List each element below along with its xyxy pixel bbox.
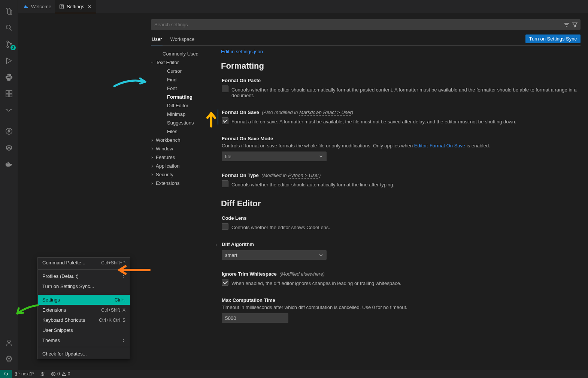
svg-rect-12 (7, 162, 9, 163)
menu-user-snippets[interactable]: User Snippets (38, 325, 130, 335)
modified-scope-link[interactable]: Markdown React > User (299, 110, 352, 115)
svg-rect-7 (9, 91, 12, 93)
setting-format-on-save-mode-title: Format On Save Mode (222, 136, 273, 141)
python-icon[interactable] (0, 69, 18, 86)
chevron-right-icon (150, 147, 154, 151)
format-on-save-mode-select[interactable]: file (222, 152, 327, 161)
settings-search-input[interactable] (151, 20, 561, 30)
max-computation-time-input[interactable] (222, 313, 288, 323)
chevron-down-icon (319, 253, 323, 257)
scope-tab-user[interactable]: User (151, 35, 163, 45)
annotation-arrow-orange (114, 262, 151, 278)
openai-icon[interactable] (0, 140, 18, 156)
tab-welcome[interactable]: Welcome (19, 0, 55, 13)
svg-rect-5 (6, 94, 8, 97)
format-on-type-checkbox[interactable] (222, 180, 228, 187)
menu-extensions[interactable]: Extensions Ctrl+Shift+X (38, 305, 130, 315)
setting-max-comp-time-title: Max Computation Time (222, 297, 275, 303)
settings-search-box[interactable] (151, 19, 581, 30)
manage-gear-icon[interactable] (0, 351, 18, 368)
editor-format-on-save-link[interactable]: Editor: Format On Save (414, 143, 466, 148)
settings-list: Edit in settings.json Formatting Format … (216, 46, 584, 370)
bolt-icon[interactable] (0, 123, 18, 140)
tab-settings-label: Settings (67, 4, 84, 9)
menu-check-updates[interactable]: Check for Updates... (38, 349, 130, 359)
docker-icon[interactable] (0, 156, 18, 172)
setting-code-lens-title: Code Lens (222, 215, 246, 221)
menu-turn-on-sync[interactable]: Turn on Settings Sync... (38, 281, 130, 291)
settings-filter-funnel-icon[interactable] (572, 22, 578, 28)
setting-format-on-paste: Format On Paste Controls whether the edi… (221, 78, 578, 98)
setting-max-computation-time: Max Computation Time Timeout in millisec… (221, 297, 578, 323)
source-control-icon[interactable]: 3 (0, 36, 18, 52)
annotation-arrow-cyan (112, 75, 150, 90)
toc-commonly-used[interactable]: Commonly Used (154, 50, 214, 58)
diff-algorithm-select[interactable]: smart (222, 250, 327, 260)
chevron-right-icon (122, 339, 125, 342)
toc-cursor[interactable]: Cursor (154, 67, 214, 75)
setting-diff-algorithm: Diff Algorithm smart (221, 242, 578, 260)
setting-format-on-save-mode: Format On Save Mode Controls if format o… (221, 136, 578, 161)
menu-separator (38, 293, 130, 293)
select-value: file (225, 154, 231, 159)
svg-point-1 (7, 41, 9, 43)
toc-window[interactable]: Window (154, 144, 214, 153)
source-control-badge: 3 (10, 45, 16, 50)
setting-format-on-type: Format On Type (Modified in Python > Use… (221, 172, 578, 188)
svg-point-18 (16, 375, 17, 376)
toc-text-editor[interactable]: Text Editor (154, 58, 214, 67)
menu-keyboard-shortcuts[interactable]: Keyboard Shortcuts Ctrl+K Ctrl+S (38, 315, 130, 325)
section-header-diff-editor: Diff Editor (221, 199, 578, 208)
settings-toc: Commonly Used Text Editor Cursor Find Fo… (152, 46, 216, 370)
setting-gear-icon[interactable] (216, 242, 217, 248)
toc-security[interactable]: Security (154, 170, 214, 179)
problems-status[interactable]: 0 0 (48, 371, 73, 376)
explorer-icon[interactable] (0, 3, 18, 20)
setting-format-on-type-title: Format On Type (222, 172, 259, 178)
search-icon[interactable] (0, 20, 18, 36)
settings-filter-list-icon[interactable] (564, 22, 570, 28)
setting-code-lens: Code Lens Controls whether the editor sh… (221, 215, 578, 230)
toc-diff-editor[interactable]: Diff Editor (154, 101, 214, 110)
run-debug-icon[interactable] (0, 52, 18, 69)
format-on-save-checkbox[interactable] (222, 117, 228, 124)
svg-point-13 (7, 340, 10, 343)
tab-settings[interactable]: Settings (55, 0, 96, 13)
chevron-right-icon (150, 138, 154, 142)
toc-formatting[interactable]: Formatting (154, 93, 214, 101)
chevron-down-icon (319, 154, 323, 159)
select-value: smart (225, 252, 237, 258)
format-on-paste-checkbox[interactable] (222, 86, 228, 92)
setting-desc: Controls whether the editor should autom… (231, 87, 578, 98)
toc-font[interactable]: Font (154, 84, 214, 93)
modified-scope-link[interactable]: Python > User (288, 172, 319, 178)
svg-point-0 (6, 25, 10, 29)
wavy-icon[interactable] (0, 102, 18, 118)
toc-find[interactable]: Find (154, 75, 214, 84)
toc-features[interactable]: Features (154, 153, 214, 162)
toc-workbench[interactable]: Workbench (154, 136, 214, 144)
chevron-right-icon (150, 164, 154, 168)
setting-desc: Controls whether the editor shows CodeLe… (231, 225, 330, 230)
chevron-right-icon (150, 181, 154, 186)
toc-files[interactable]: Files (154, 127, 214, 136)
svg-rect-15 (60, 4, 63, 9)
git-branch-status[interactable]: next1* (12, 371, 37, 376)
scope-tab-workspace[interactable]: Workspace (169, 35, 195, 45)
ignore-trim-checkbox[interactable] (222, 279, 228, 286)
menu-themes[interactable]: Themes (38, 335, 130, 345)
code-lens-checkbox[interactable] (222, 223, 228, 230)
remote-indicator[interactable] (0, 370, 12, 378)
close-icon[interactable] (87, 4, 93, 10)
svg-rect-4 (6, 91, 8, 93)
svg-rect-6 (9, 94, 12, 97)
toc-extensions[interactable]: Extensions (154, 179, 214, 188)
toc-application[interactable]: Application (154, 162, 214, 170)
setting-ignore-trim-title: Ignore Trim Whitespace (222, 271, 277, 277)
menu-settings[interactable]: Settings Ctrl+, (38, 295, 130, 305)
turn-on-settings-sync-button[interactable]: Turn on Settings Sync (525, 34, 581, 43)
accounts-icon[interactable] (0, 334, 18, 351)
edit-in-settings-json-link[interactable]: Edit in settings.json (221, 49, 263, 54)
extensions-icon[interactable] (0, 86, 18, 102)
sync-status[interactable] (37, 372, 48, 376)
